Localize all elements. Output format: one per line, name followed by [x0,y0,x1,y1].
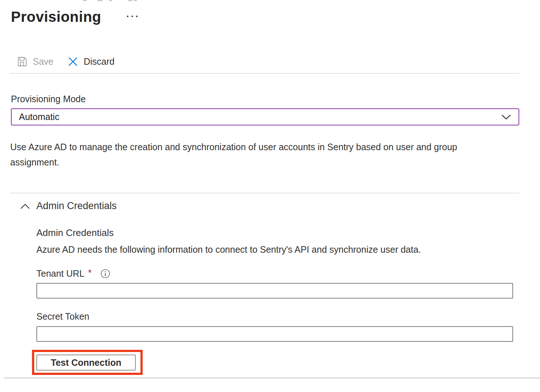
provisioning-mode-label: Provisioning Mode [11,94,86,104]
admin-credentials-section-title[interactable]: Admin Credentials [36,200,117,212]
provisioning-mode-description: Use Azure AD to manage the creation and … [10,139,487,170]
info-icon[interactable] [100,269,110,279]
provisioning-mode-value: Automatic [19,112,59,122]
tenant-url-label-row: Tenant URL * [36,268,110,279]
discard-label: Discard [84,56,115,67]
test-connection-button[interactable]: Test Connection [36,355,136,371]
page-title: Provisioning [11,9,101,25]
more-options-button[interactable]: ··· [126,11,140,22]
secret-token-input[interactable] [36,326,513,342]
admin-credentials-description: Azure AD needs the following information… [36,244,421,255]
discard-x-icon [67,56,79,67]
secret-token-label: Secret Token [36,311,89,322]
chevron-down-icon [501,114,511,120]
provisioning-mode-dropdown[interactable]: Automatic [11,108,519,125]
save-label: Save [33,56,53,67]
section-divider [10,193,519,193]
tenant-url-input[interactable] [36,283,513,299]
command-toolbar: Save Discard [16,54,115,69]
admin-credentials-subtitle: Admin Credentials [36,227,114,239]
collapse-section-button[interactable] [19,203,31,210]
bottom-divider [4,377,540,379]
save-button[interactable]: Save [16,56,53,67]
required-asterisk: * [88,268,92,278]
save-icon [16,56,28,67]
tenant-url-label: Tenant URL [36,268,84,279]
toolbar-divider [10,73,519,74]
discard-button[interactable]: Discard [67,56,115,67]
